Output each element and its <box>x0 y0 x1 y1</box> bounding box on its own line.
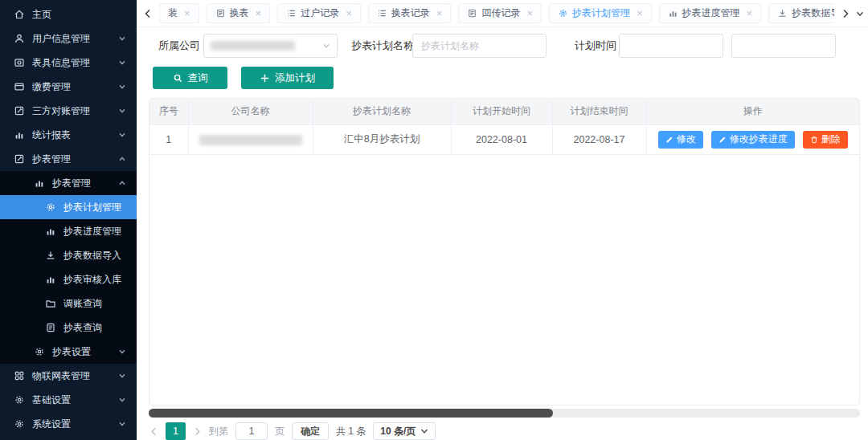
doc-edit-icon <box>14 153 25 165</box>
list-icon <box>286 8 297 18</box>
close-icon[interactable]: × <box>747 8 753 18</box>
chevron-down-icon <box>118 35 126 43</box>
search-button-label: 查询 <box>188 71 208 85</box>
download-icon <box>777 8 788 18</box>
gear-icon <box>34 346 45 357</box>
tab[interactable]: 抄表进度管理 × <box>659 3 762 23</box>
page-size-label: 10 条/页 <box>380 425 416 438</box>
tab[interactable]: 换表 × <box>207 3 271 23</box>
chart-icon <box>668 8 678 18</box>
chevron-down-icon <box>118 59 126 67</box>
search-button[interactable]: 查询 <box>153 67 227 89</box>
plan-name-input-wrap <box>412 34 547 58</box>
tab-scroll-right-icon[interactable] <box>840 8 851 19</box>
tab[interactable]: 过户记录 × <box>277 3 361 23</box>
gear-icon <box>14 394 25 405</box>
tab-label: 过户记录 <box>301 6 339 20</box>
search-icon <box>173 73 183 84</box>
sidebar-item[interactable]: 抄表设置 <box>0 340 137 364</box>
plan-name-label: 抄表计划名称 <box>351 34 414 58</box>
sidebar-item[interactable]: 抄表计划管理 <box>0 195 137 219</box>
tab-scroll-left-icon[interactable] <box>142 8 154 19</box>
edit-button[interactable]: 修改 <box>658 131 703 149</box>
next-page-icon[interactable] <box>193 427 202 436</box>
confirm-button[interactable]: 确定 <box>292 422 329 440</box>
horizontal-scrollbar-thumb[interactable] <box>149 409 553 418</box>
doc-icon <box>45 322 56 333</box>
gear-icon <box>45 202 56 213</box>
tab[interactable]: 装 × <box>159 3 199 23</box>
action-label: 删除 <box>821 132 841 146</box>
goto-label: 到第 <box>209 425 228 438</box>
tab[interactable]: 换表记录 × <box>368 3 452 23</box>
sidebar-item-label: 基础设置 <box>32 393 71 407</box>
home-icon <box>14 9 25 20</box>
sidebar-item[interactable]: 表具信息管理 <box>0 51 137 75</box>
gear-icon <box>14 418 25 430</box>
user-icon <box>14 33 25 44</box>
sidebar-item-label: 统计报表 <box>32 128 71 142</box>
sidebar-item-label: 表具信息管理 <box>32 56 90 70</box>
sidebar-item-label: 抄表查询 <box>63 321 102 335</box>
action-label: 修改抄表进度 <box>730 132 788 146</box>
sidebar-item-label: 抄表管理 <box>52 177 91 190</box>
pencil-icon <box>665 136 674 144</box>
plan-end-date-input[interactable] <box>731 34 836 58</box>
add-plan-button[interactable]: 添加计划 <box>241 67 334 89</box>
action-label: 修改 <box>677 132 696 146</box>
sidebar-item[interactable]: 三方对账管理 <box>0 99 137 123</box>
sidebar-item[interactable]: 主页 <box>0 2 137 26</box>
sidebar-item[interactable]: 调账查询 <box>0 291 137 316</box>
sidebar-item[interactable]: 抄表审核入库 <box>0 267 137 291</box>
page-number-button[interactable]: 1 <box>166 422 186 440</box>
chart-icon <box>14 129 25 141</box>
sidebar-item[interactable]: 抄表管理 <box>0 147 137 171</box>
page-size-select[interactable]: 10 条/页 <box>373 422 436 440</box>
redacted-company-value <box>211 41 295 51</box>
meter-icon <box>14 57 25 68</box>
close-icon[interactable]: × <box>256 8 262 18</box>
column-header: 计划结束时间 <box>552 99 646 124</box>
sidebar-item[interactable]: 用户信息管理 <box>0 26 137 51</box>
sidebar-item[interactable]: 系统设置 <box>0 412 137 436</box>
sidebar-item[interactable]: 基础设置 <box>0 388 137 412</box>
sidebar-item[interactable]: 抄表管理 <box>0 171 137 195</box>
tab-label: 抄表计划管理 <box>572 6 630 20</box>
sidebar-item[interactable]: 抄表数据导入 <box>0 243 137 267</box>
goto-page-input[interactable] <box>235 422 268 440</box>
sidebar-item[interactable]: 统计报表 <box>0 123 137 147</box>
plan-start-date-input[interactable] <box>619 34 723 58</box>
sidebar-item-label: 抄表设置 <box>52 345 91 359</box>
close-icon[interactable]: × <box>346 8 352 18</box>
tab[interactable]: 抄表数据导 <box>768 3 834 23</box>
table-header-row: 序号公司名称抄表计划名称计划开始时间计划结束时间操作 <box>149 99 859 124</box>
chevron-up-icon <box>118 179 126 187</box>
tab[interactable]: 回传记录 × <box>458 3 542 23</box>
close-icon[interactable]: × <box>637 8 643 18</box>
company-select[interactable] <box>203 34 338 58</box>
prev-page-icon[interactable] <box>149 427 158 436</box>
cell-company <box>188 124 313 154</box>
close-icon[interactable]: × <box>184 8 190 18</box>
sidebar-item[interactable]: 抄表进度管理 <box>0 219 137 243</box>
grid-icon <box>14 370 25 381</box>
folder-icon <box>45 298 56 309</box>
sidebar-item[interactable]: 抄表查询 <box>0 316 137 340</box>
plan-name-input[interactable] <box>413 35 546 57</box>
delete-button[interactable]: 删除 <box>803 131 848 149</box>
tab-menu-caret-icon[interactable] <box>855 9 865 18</box>
chevron-down-icon <box>118 131 126 139</box>
close-icon[interactable]: × <box>436 8 443 18</box>
sidebar-item-label: 抄表数据导入 <box>63 249 121 263</box>
doc-edit-icon <box>14 105 25 116</box>
sidebar-item[interactable]: 缴费管理 <box>0 75 137 99</box>
edit-button[interactable]: 修改抄表进度 <box>711 131 795 149</box>
close-icon[interactable]: × <box>526 8 533 18</box>
sidebar-item-label: 抄表审核入库 <box>63 273 121 287</box>
horizontal-scrollbar-track <box>149 409 860 418</box>
tab[interactable]: 抄表计划管理 × <box>549 3 652 23</box>
app-window: 主页 用户信息管理 表具信息管理 缴费管理 三方对账管理 统计报表 抄表管理 抄… <box>0 0 868 440</box>
sidebar-item[interactable]: 物联网表管理 <box>0 364 137 388</box>
sidebar-item-label: 主页 <box>32 8 51 22</box>
trash-icon <box>810 136 818 144</box>
